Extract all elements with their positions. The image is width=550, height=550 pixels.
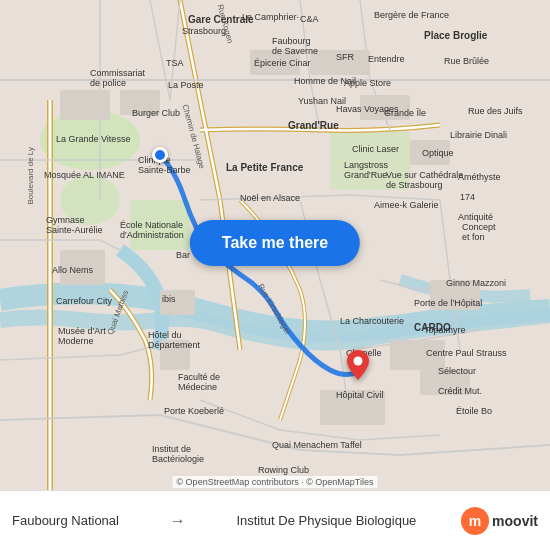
svg-point-2 — [60, 175, 120, 225]
svg-rect-10 — [250, 50, 300, 75]
svg-rect-17 — [420, 370, 470, 395]
svg-rect-8 — [160, 290, 195, 315]
svg-rect-9 — [160, 340, 190, 370]
svg-rect-11 — [310, 50, 370, 75]
svg-rect-14 — [430, 280, 480, 310]
svg-rect-5 — [60, 90, 110, 120]
bottom-bar: Faubourg National → Institut De Physique… — [0, 490, 550, 550]
svg-rect-13 — [410, 140, 450, 165]
to-label: Institut De Physique Biologique — [236, 513, 416, 528]
svg-point-18 — [354, 357, 363, 366]
map-container: Gare Centrale Strasbourg TSA Commissaria… — [0, 0, 550, 490]
svg-rect-6 — [120, 90, 160, 115]
moovit-logo-icon: m — [461, 507, 489, 535]
svg-rect-15 — [390, 340, 445, 370]
from-label: Faubourg National — [12, 513, 119, 528]
origin-marker — [152, 147, 168, 163]
route-arrow: → — [170, 512, 186, 530]
route-to: Institut De Physique Biologique — [236, 513, 416, 528]
moovit-logo: m moovit — [461, 507, 538, 535]
take-me-there-button[interactable]: Take me there — [190, 220, 360, 266]
svg-rect-3 — [130, 200, 190, 250]
svg-rect-4 — [330, 130, 410, 190]
destination-marker — [347, 350, 369, 384]
moovit-logo-text: moovit — [492, 513, 538, 529]
svg-rect-12 — [360, 95, 410, 120]
svg-rect-16 — [320, 390, 385, 425]
svg-rect-7 — [60, 250, 105, 285]
route-from: Faubourg National — [12, 513, 119, 528]
map-attribution: © OpenStreetMap contributors · © OpenMap… — [172, 476, 377, 488]
